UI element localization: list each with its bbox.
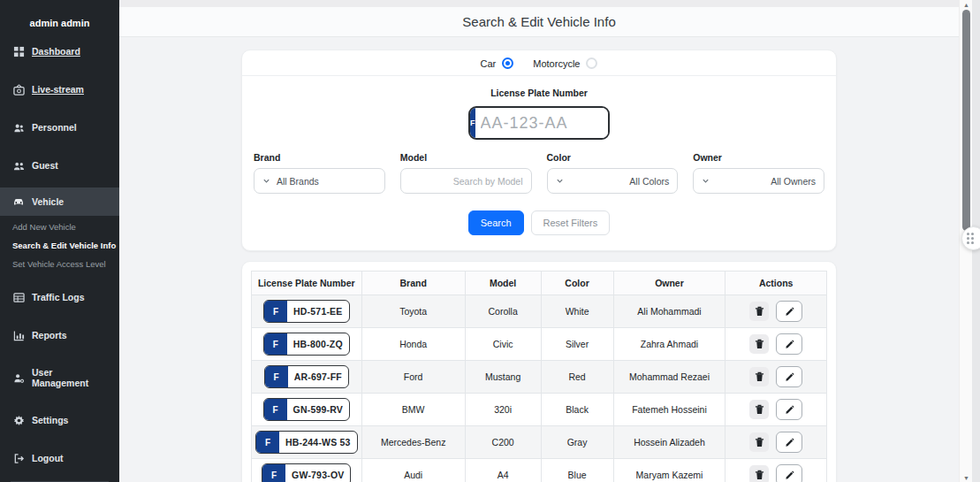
- grid-icon: [12, 45, 25, 57]
- delete-button[interactable]: [749, 432, 769, 452]
- color-cell: Red: [541, 361, 613, 394]
- results-card: License Plate Number Brand Model Color O…: [241, 261, 837, 482]
- col-color: Color: [541, 272, 613, 295]
- plate-number-text: HB-244-WS 53: [279, 432, 357, 453]
- color-cell: Black: [541, 394, 613, 426]
- license-plate-badge: F HB-800-ZQ: [263, 333, 350, 356]
- color-cell: Gray: [541, 426, 613, 459]
- owner-select-value: All Owners: [771, 176, 816, 187]
- reset-filters-button[interactable]: Reset Filters: [531, 210, 611, 235]
- pencil-icon: [785, 471, 794, 480]
- top-strip: [119, 0, 959, 7]
- plate-flag-band: F: [264, 333, 287, 355]
- model-search-input[interactable]: [400, 168, 532, 194]
- pencil-icon: [785, 307, 794, 317]
- edit-button[interactable]: [776, 301, 802, 322]
- edit-button[interactable]: [776, 399, 802, 420]
- chevron-down-icon: [262, 177, 270, 185]
- plate-number-label: License Plate Number: [242, 88, 836, 98]
- submenu-search-edit-vehicle-info[interactable]: Search & Edit Vehicle Info: [12, 236, 119, 255]
- vehicle-type-row: Car Motorcycle: [242, 50, 836, 76]
- people-icon: [12, 121, 25, 134]
- sidebar-item-vehicle[interactable]: Vehicle: [0, 187, 119, 216]
- scroll-up-arrow[interactable]: ▲: [960, 0, 973, 9]
- delete-button[interactable]: [749, 465, 769, 482]
- submenu-add-new-vehicle[interactable]: Add New Vehicle: [12, 218, 119, 236]
- col-license-plate: License Plate Number: [252, 272, 362, 295]
- delete-button[interactable]: [749, 302, 769, 321]
- sidebar-item-guest[interactable]: Guest: [0, 151, 119, 180]
- car-icon: [12, 195, 25, 208]
- pencil-icon: [785, 405, 794, 415]
- color-select[interactable]: All Colors: [547, 168, 679, 194]
- delete-button[interactable]: [749, 334, 769, 354]
- model-cell: 320i: [465, 394, 541, 426]
- plate-number-text: GN-599-RV: [287, 399, 349, 420]
- pencil-icon: [785, 372, 794, 382]
- brand-select[interactable]: All Brands: [254, 168, 385, 194]
- motorcycle-radio-label: Motorcycle: [533, 58, 580, 69]
- col-owner: Owner: [613, 272, 726, 295]
- owner-cell: Zahra Ahmadi: [613, 328, 726, 361]
- table-icon: [12, 291, 25, 303]
- owner-cell: Maryam Kazemi: [613, 459, 726, 482]
- sidebar-item-live-stream[interactable]: Live-stream: [0, 75, 119, 103]
- plate-number-text: HB-800-ZQ: [287, 333, 349, 355]
- sidebar-item-personnel[interactable]: Personnel: [0, 113, 119, 142]
- table-row: F AR-697-FF Ford Mustang Red Mohammad Re…: [252, 361, 827, 394]
- edit-button[interactable]: [776, 366, 802, 387]
- car-radio-label: Car: [481, 58, 497, 69]
- plate-number-text: HD-571-EE: [287, 301, 348, 322]
- edit-button[interactable]: [776, 333, 802, 355]
- chevron-down-icon: [702, 177, 710, 185]
- chevron-down-icon: [556, 177, 564, 185]
- sidebar-item-reports[interactable]: Reports: [0, 321, 119, 349]
- delete-button[interactable]: [749, 400, 769, 419]
- table-row: F GN-599-RV BMW 320i Black Fatemeh Hosse…: [252, 394, 827, 426]
- trash-icon: [755, 306, 764, 317]
- brand-filter: Brand All Brands: [254, 152, 385, 194]
- sidebar-item-dashboard[interactable]: Dashboard: [0, 37, 119, 65]
- plate-flag-band: F: [264, 399, 287, 420]
- motorcycle-radio-button[interactable]: [586, 57, 597, 69]
- license-plate-badge: F GN-599-RV: [263, 398, 350, 421]
- edit-button[interactable]: [776, 464, 802, 482]
- color-filter: Color All Colors: [547, 152, 679, 194]
- submenu-set-vehicle-access-level[interactable]: Set Vehicle Access Level: [12, 255, 119, 273]
- vehicles-table: License Plate Number Brand Model Color O…: [251, 271, 827, 482]
- sidebar-item-user-management[interactable]: User Management: [0, 359, 119, 396]
- owner-select[interactable]: All Owners: [693, 168, 824, 194]
- car-radio-button[interactable]: [502, 57, 513, 69]
- grip-dots-icon: [967, 233, 974, 244]
- vehicle-submenu: Add New Vehicle Search & Edit Vehicle In…: [0, 216, 119, 273]
- page-title: Search & Edit Vehicle Info: [462, 14, 615, 29]
- motorcycle-radio-option[interactable]: Motorcycle: [533, 57, 597, 69]
- plate-number-text: GW-793-OV: [285, 464, 350, 482]
- model-cell: Mustang: [465, 361, 541, 394]
- sidebar-item-logout[interactable]: Logout: [0, 444, 119, 472]
- page-header: Search & Edit Vehicle Info: [119, 7, 959, 37]
- delete-button[interactable]: [749, 367, 769, 386]
- drag-handle[interactable]: [961, 226, 980, 250]
- table-row: F HB-800-ZQ Honda Civic Silver Zahra Ahm…: [252, 328, 827, 361]
- plate-flag-band: F: [265, 366, 288, 387]
- model-filter: Model: [400, 152, 532, 194]
- car-radio-option[interactable]: Car: [481, 57, 514, 69]
- plate-flag-band: F: [262, 464, 285, 482]
- table-row: F GW-793-OV Audi A4 Blue Maryam Kazemi: [252, 459, 827, 482]
- search-button[interactable]: Search: [468, 210, 524, 235]
- scrollbar-thumb[interactable]: [962, 10, 970, 231]
- license-plate-badge: F HD-571-EE: [263, 300, 349, 323]
- license-plate-input[interactable]: [475, 108, 611, 138]
- license-plate-badge: F AR-697-FF: [264, 365, 349, 388]
- brand-cell: Toyota: [361, 295, 465, 328]
- owner-label: Owner: [693, 152, 824, 163]
- edit-button[interactable]: [776, 432, 802, 453]
- sidebar-item-settings[interactable]: Settings: [0, 406, 119, 434]
- brand-select-value: All Brands: [277, 176, 319, 187]
- scroll-down-arrow[interactable]: ▼: [960, 473, 973, 482]
- sidebar-item-traffic-logs[interactable]: Traffic Logs: [0, 283, 119, 311]
- license-plate-input-group: F: [468, 106, 610, 140]
- owner-cell: Fatemeh Hosseini: [613, 394, 726, 426]
- search-card: Car Motorcycle License Plate Number F Br…: [241, 50, 837, 251]
